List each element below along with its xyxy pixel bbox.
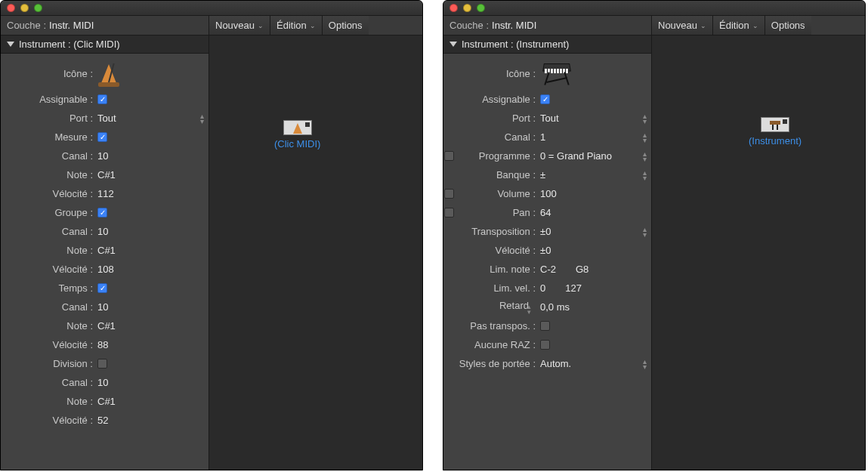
param-value[interactable]: Tout▴▾ (540, 113, 651, 124)
checkbox[interactable] (540, 340, 550, 350)
checkbox[interactable] (97, 359, 107, 369)
param-value[interactable] (97, 283, 209, 293)
minimize-icon[interactable] (20, 4, 29, 12)
param-value[interactable]: C#1 (97, 320, 209, 332)
value-field[interactable]: 0 = Grand Piano (540, 150, 612, 162)
value-field[interactable]: C#1 (97, 320, 116, 332)
edit-menu[interactable]: Édition⌄ (270, 16, 323, 35)
param-value[interactable]: Tout▴▾ (97, 113, 209, 124)
param-value[interactable] (97, 359, 209, 369)
param-value[interactable]: 112 (97, 188, 209, 199)
checkbox[interactable] (97, 94, 107, 104)
param-value[interactable]: 10 (97, 301, 209, 313)
param-value[interactable]: ±0▴▾ (540, 226, 651, 237)
stepper-icon[interactable]: ▴▾ (643, 170, 647, 180)
param-value[interactable]: 10 (97, 377, 209, 388)
minimize-icon[interactable] (463, 4, 471, 12)
metronome-icon[interactable] (97, 60, 120, 87)
value-field[interactable]: 52 (97, 415, 108, 426)
value-field[interactable]: Tout (540, 113, 559, 124)
value-field[interactable]: 100 (540, 188, 557, 199)
value-field[interactable]: 1 (540, 131, 545, 143)
value-field[interactable]: Tout (97, 113, 116, 124)
disclosure-triangle-icon[interactable] (7, 42, 14, 47)
disclosure-triangle-icon[interactable] (449, 42, 457, 47)
close-icon[interactable] (7, 4, 15, 12)
stepper-icon[interactable]: ▴▾ (527, 304, 531, 315)
enable-checkbox[interactable] (444, 151, 454, 161)
checkbox[interactable] (540, 321, 550, 331)
param-value[interactable] (97, 208, 209, 217)
value-field[interactable]: 108 (97, 264, 114, 275)
param-value[interactable]: ±▴▾ (540, 169, 651, 180)
value-field[interactable]: C#1 (97, 245, 116, 256)
param-value[interactable]: C#1 (97, 245, 209, 256)
param-value[interactable]: ±0 (540, 245, 651, 256)
value-field[interactable]: 10 (97, 377, 108, 388)
value-field[interactable]: 10 (97, 150, 108, 162)
checkbox[interactable] (97, 208, 107, 217)
new-menu[interactable]: Nouveau⌄ (209, 16, 270, 35)
param-value[interactable]: 0,0 ms (540, 301, 651, 313)
checkbox[interactable] (540, 94, 550, 104)
enable-checkbox[interactable] (444, 189, 454, 199)
param-value[interactable] (97, 94, 209, 104)
param-value[interactable]: C-2 G8 (540, 264, 651, 275)
param-value[interactable] (540, 340, 651, 350)
enable-checkbox[interactable] (444, 208, 454, 217)
param-value[interactable]: 88 (97, 339, 209, 350)
inspector-header[interactable]: Instrument : (Instrument) (443, 35, 651, 54)
synth-icon[interactable] (540, 58, 573, 88)
value-field[interactable]: 112 (97, 188, 114, 199)
canvas-object[interactable]: (Instrument) (749, 117, 802, 147)
param-value[interactable] (540, 321, 651, 331)
param-value[interactable]: Autom.▴▾ (540, 358, 651, 369)
value-field[interactable]: Autom. (540, 358, 571, 369)
value-field[interactable]: C-2 G8 (540, 264, 588, 275)
stepper-icon[interactable]: ▴▾ (643, 151, 647, 162)
param-value[interactable]: 100 (540, 188, 651, 199)
value-field[interactable]: C#1 (97, 169, 116, 180)
param-value[interactable]: 1▴▾ (540, 131, 651, 143)
value-field[interactable]: ±0 (540, 226, 551, 237)
param-value[interactable]: C#1 (97, 396, 209, 407)
param-value[interactable]: 108 (97, 264, 209, 275)
param-value[interactable]: 64 (540, 207, 651, 218)
zoom-icon[interactable] (34, 4, 42, 12)
value-field[interactable]: 0,0 ms (540, 301, 570, 313)
zoom-icon[interactable] (477, 4, 485, 12)
checkbox[interactable] (97, 283, 107, 293)
layer-value[interactable]: Instr. MIDI (492, 20, 536, 31)
value-field[interactable]: 64 (540, 207, 551, 218)
param-value[interactable]: 0 127 (540, 282, 651, 294)
param-value[interactable]: 52 (97, 415, 209, 426)
stepper-icon[interactable]: ▴▾ (643, 359, 647, 369)
param-value[interactable]: 10 (97, 150, 209, 162)
value-field[interactable]: 10 (97, 226, 108, 237)
param-value[interactable]: 10 (97, 226, 209, 237)
value-field[interactable]: ± (540, 169, 545, 180)
value-field[interactable]: 10 (97, 301, 108, 313)
stepper-icon[interactable]: ▴▾ (643, 227, 647, 237)
param-value[interactable]: 0 = Grand Piano▴▾ (540, 150, 651, 162)
checkbox[interactable] (97, 132, 107, 142)
value-field[interactable]: 0 127 (540, 282, 582, 294)
value-field[interactable]: 88 (97, 339, 108, 350)
stepper-icon[interactable]: ▴▾ (643, 132, 647, 143)
param-value[interactable]: C#1 (97, 169, 209, 180)
edit-menu[interactable]: Édition⌄ (713, 16, 765, 35)
stepper-icon[interactable]: ▴▾ (643, 113, 647, 124)
close-icon[interactable] (449, 4, 458, 12)
options-menu[interactable]: Options (323, 16, 369, 35)
layer-value[interactable]: Instr. MIDI (49, 20, 94, 31)
canvas-object[interactable]: (Clic MIDI) (274, 120, 320, 150)
value-field[interactable]: ±0 (540, 245, 551, 256)
environment-canvas[interactable]: (Clic MIDI) (209, 35, 422, 470)
param-value[interactable] (97, 132, 209, 142)
param-value[interactable] (540, 94, 651, 104)
inspector-header[interactable]: Instrument : (Clic MIDI) (1, 35, 209, 54)
value-field[interactable]: C#1 (97, 396, 116, 407)
new-menu[interactable]: Nouveau⌄ (652, 16, 713, 35)
stepper-icon[interactable]: ▴▾ (200, 113, 204, 124)
environment-canvas[interactable]: (Instrument) (652, 35, 865, 470)
